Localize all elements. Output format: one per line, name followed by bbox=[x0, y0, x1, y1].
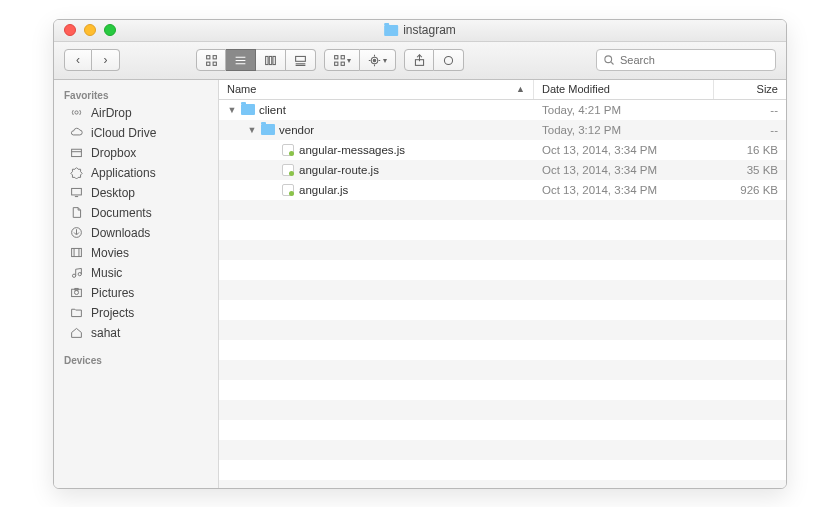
file-name-cell: angular-route.js bbox=[219, 164, 534, 176]
sidebar-item-label: Pictures bbox=[91, 286, 134, 300]
file-name-cell: angular.js bbox=[219, 184, 534, 196]
svg-rect-35 bbox=[71, 248, 81, 256]
sidebar-item-projects[interactable]: Projects bbox=[54, 303, 218, 323]
svg-rect-9 bbox=[273, 56, 275, 64]
sidebar-item-airdrop[interactable]: AirDrop bbox=[54, 103, 218, 123]
music-icon bbox=[68, 266, 84, 280]
column-header-size[interactable]: Size bbox=[714, 80, 786, 99]
window-title: instagram bbox=[384, 23, 456, 37]
sidebar-item-label: iCloud Drive bbox=[91, 126, 156, 140]
sidebar-item-label: Documents bbox=[91, 206, 152, 220]
empty-row bbox=[219, 340, 786, 360]
file-name-label: client bbox=[259, 104, 286, 116]
window-controls bbox=[54, 24, 116, 36]
empty-row bbox=[219, 480, 786, 488]
search-field[interactable] bbox=[596, 49, 776, 71]
sidebar-item-documents[interactable]: Documents bbox=[54, 203, 218, 223]
window-title-text: instagram bbox=[403, 23, 456, 37]
file-size-cell: 926 KB bbox=[714, 184, 786, 196]
sidebar-item-dropbox[interactable]: Dropbox bbox=[54, 143, 218, 163]
arrange-button[interactable]: ▾ bbox=[324, 49, 360, 71]
file-size-cell: -- bbox=[714, 124, 786, 136]
downloads-icon bbox=[68, 226, 84, 240]
file-row[interactable]: ▼vendorToday, 3:12 PM-- bbox=[219, 120, 786, 140]
sidebar-item-label: Applications bbox=[91, 166, 156, 180]
file-date-cell: Oct 13, 2014, 3:34 PM bbox=[534, 184, 714, 196]
action-button[interactable]: ▾ bbox=[360, 49, 396, 71]
list-view-button[interactable] bbox=[226, 49, 256, 71]
svg-rect-7 bbox=[266, 56, 268, 64]
svg-rect-1 bbox=[213, 55, 216, 58]
desktop-icon bbox=[68, 186, 84, 200]
pictures-icon bbox=[68, 286, 84, 300]
share-button[interactable] bbox=[404, 49, 434, 71]
empty-row bbox=[219, 280, 786, 300]
icon-view-button[interactable] bbox=[196, 49, 226, 71]
svg-rect-3 bbox=[213, 62, 216, 65]
minimize-button[interactable] bbox=[84, 24, 96, 36]
svg-rect-15 bbox=[335, 62, 338, 65]
arrange-actions: ▾ ▾ bbox=[324, 49, 396, 71]
file-name-label: angular-messages.js bbox=[299, 144, 405, 156]
folder-icon bbox=[241, 104, 255, 116]
zoom-button[interactable] bbox=[104, 24, 116, 36]
forward-button[interactable] bbox=[92, 49, 120, 71]
airdrop-icon bbox=[68, 106, 84, 120]
sidebar-item-applications[interactable]: Applications bbox=[54, 163, 218, 183]
file-row[interactable]: angular-messages.jsOct 13, 2014, 3:34 PM… bbox=[219, 140, 786, 160]
documents-icon bbox=[68, 206, 84, 220]
js-file-icon bbox=[281, 144, 295, 156]
svg-point-25 bbox=[444, 56, 452, 64]
column-label: Date Modified bbox=[542, 83, 610, 95]
svg-rect-8 bbox=[269, 56, 271, 64]
cloud-icon bbox=[68, 126, 84, 140]
sidebar-item-label: Movies bbox=[91, 246, 129, 260]
disclosure-triangle-icon[interactable]: ▼ bbox=[247, 125, 257, 135]
close-button[interactable] bbox=[64, 24, 76, 36]
folder-icon bbox=[261, 124, 275, 136]
file-row[interactable]: ▼clientToday, 4:21 PM-- bbox=[219, 100, 786, 120]
file-size-cell: 16 KB bbox=[714, 144, 786, 156]
svg-rect-29 bbox=[71, 149, 81, 156]
file-row[interactable]: angular-route.jsOct 13, 2014, 3:34 PM35 … bbox=[219, 160, 786, 180]
sidebar-item-desktop[interactable]: Desktop bbox=[54, 183, 218, 203]
file-size-cell: 35 KB bbox=[714, 164, 786, 176]
svg-point-26 bbox=[605, 56, 612, 63]
box-icon bbox=[68, 146, 84, 160]
sidebar-item-home[interactable]: sahat bbox=[54, 323, 218, 343]
tags-button[interactable] bbox=[434, 49, 464, 71]
file-row[interactable]: angular.jsOct 13, 2014, 3:34 PM926 KB bbox=[219, 180, 786, 200]
file-size-cell: -- bbox=[714, 104, 786, 116]
folder-icon bbox=[384, 25, 398, 36]
disclosure-triangle-icon[interactable]: ▼ bbox=[227, 105, 237, 115]
sidebar-item-icloud[interactable]: iCloud Drive bbox=[54, 123, 218, 143]
js-file-icon bbox=[281, 164, 295, 176]
sidebar-item-label: AirDrop bbox=[91, 106, 132, 120]
svg-rect-16 bbox=[341, 62, 344, 65]
empty-row bbox=[219, 360, 786, 380]
file-name-cell: ▼client bbox=[219, 104, 534, 116]
sidebar-section-header: Favorites bbox=[54, 86, 218, 103]
coverflow-view-button[interactable] bbox=[286, 49, 316, 71]
search-input[interactable] bbox=[620, 54, 769, 66]
file-date-cell: Oct 13, 2014, 3:34 PM bbox=[534, 164, 714, 176]
column-header-name[interactable]: Name▲ bbox=[219, 80, 534, 99]
sidebar-item-music[interactable]: Music bbox=[54, 263, 218, 283]
column-header-date[interactable]: Date Modified bbox=[534, 80, 714, 99]
file-date-cell: Today, 3:12 PM bbox=[534, 124, 714, 136]
folder-icon bbox=[68, 306, 84, 320]
view-switcher bbox=[196, 49, 316, 71]
svg-point-28 bbox=[74, 111, 77, 114]
sidebar-item-pictures[interactable]: Pictures bbox=[54, 283, 218, 303]
js-file-icon bbox=[281, 184, 295, 196]
empty-row bbox=[219, 400, 786, 420]
sidebar-section-header: Devices bbox=[54, 351, 218, 368]
empty-row bbox=[219, 460, 786, 480]
empty-row bbox=[219, 320, 786, 340]
back-button[interactable] bbox=[64, 49, 92, 71]
sidebar-item-label: Projects bbox=[91, 306, 134, 320]
sidebar-item-downloads[interactable]: Downloads bbox=[54, 223, 218, 243]
svg-point-38 bbox=[72, 274, 75, 277]
column-view-button[interactable] bbox=[256, 49, 286, 71]
sidebar-item-movies[interactable]: Movies bbox=[54, 243, 218, 263]
